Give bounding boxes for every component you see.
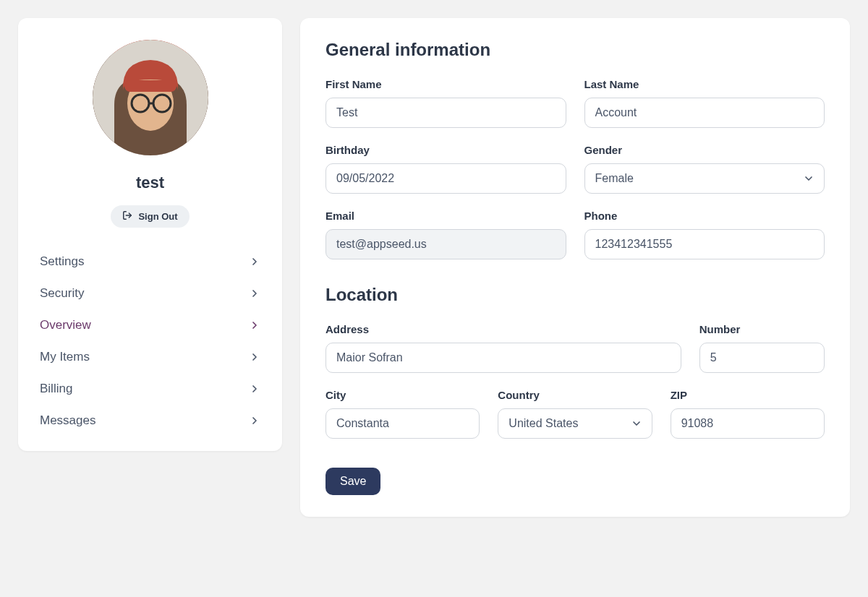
field-number: Number — [699, 323, 825, 373]
signout-button[interactable]: Sign Out — [111, 205, 189, 228]
birthday-label: Birthday — [326, 144, 566, 156]
sidebar-item-my-items[interactable]: My Items — [40, 341, 260, 373]
first-name-label: First Name — [326, 78, 566, 90]
sidebar-item-label: Overview — [40, 318, 91, 332]
last-name-input[interactable] — [584, 98, 825, 128]
section-title-location: Location — [326, 285, 825, 305]
avatar — [93, 40, 208, 155]
email-input — [326, 229, 566, 259]
city-input[interactable] — [326, 408, 480, 439]
city-label: City — [326, 389, 480, 401]
email-label: Email — [326, 210, 566, 222]
field-first-name: First Name — [326, 78, 566, 128]
save-button[interactable]: Save — [326, 468, 380, 495]
sidebar-item-label: Settings — [40, 254, 84, 269]
sidebar-item-label: Billing — [40, 382, 72, 396]
sidebar-item-label: Messages — [40, 413, 95, 428]
chevron-right-icon — [249, 319, 260, 331]
signout-icon — [122, 210, 132, 223]
field-email: Email — [326, 210, 566, 259]
username: test — [136, 173, 164, 192]
gender-label: Gender — [584, 144, 825, 156]
number-label: Number — [699, 323, 825, 335]
profile-header: test Sign Out — [18, 40, 282, 246]
signout-label: Sign Out — [138, 211, 177, 222]
field-zip: ZIP — [671, 389, 825, 439]
profile-sidebar: test Sign Out Settings Security — [18, 18, 282, 451]
field-address: Address — [326, 323, 681, 373]
country-select[interactable] — [498, 408, 652, 439]
chevron-right-icon — [249, 415, 260, 426]
field-phone: Phone — [584, 210, 825, 259]
phone-input[interactable] — [584, 229, 825, 259]
chevron-right-icon — [249, 383, 260, 395]
field-last-name: Last Name — [584, 78, 825, 128]
section-title-general: General information — [326, 40, 825, 60]
address-input[interactable] — [326, 343, 681, 373]
profile-form: General information First Name Last Name… — [300, 18, 850, 517]
field-city: City — [326, 389, 480, 439]
sidebar-item-messages[interactable]: Messages — [40, 405, 260, 437]
sidebar-item-label: Security — [40, 286, 84, 301]
sidebar-nav: Settings Security Overview My Items Bill… — [18, 246, 282, 437]
birthday-input[interactable] — [326, 163, 566, 194]
chevron-right-icon — [249, 351, 260, 363]
address-label: Address — [326, 323, 681, 335]
zip-label: ZIP — [671, 389, 825, 401]
svg-rect-3 — [124, 80, 176, 92]
sidebar-item-label: My Items — [40, 350, 90, 364]
sidebar-item-security[interactable]: Security — [40, 278, 260, 309]
chevron-right-icon — [249, 256, 260, 267]
number-input[interactable] — [699, 343, 825, 373]
sidebar-item-settings[interactable]: Settings — [40, 246, 260, 278]
sidebar-item-overview[interactable]: Overview — [40, 309, 260, 341]
zip-input[interactable] — [671, 408, 825, 439]
country-label: Country — [498, 389, 652, 401]
phone-label: Phone — [584, 210, 825, 222]
gender-select[interactable] — [584, 163, 825, 194]
last-name-label: Last Name — [584, 78, 825, 90]
chevron-right-icon — [249, 288, 260, 299]
field-gender: Gender — [584, 144, 825, 194]
field-country: Country — [498, 389, 652, 439]
sidebar-item-billing[interactable]: Billing — [40, 373, 260, 405]
field-birthday: Birthday — [326, 144, 566, 194]
first-name-input[interactable] — [326, 98, 566, 128]
